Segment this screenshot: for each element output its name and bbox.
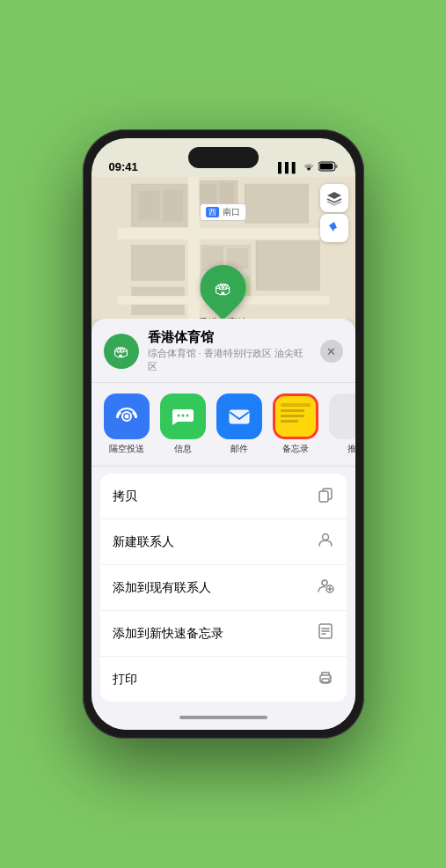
notes-label: 备忘录 (282, 443, 309, 455)
share-notes[interactable]: 备忘录 (267, 394, 324, 455)
svg-rect-29 (319, 491, 328, 502)
more-label: 推 (347, 443, 355, 455)
notes-icon-wrap (273, 394, 318, 439)
svg-rect-26 (230, 410, 249, 423)
share-more[interactable]: 推 (324, 394, 355, 455)
action-list: 拷贝 新建联系人 (100, 474, 347, 702)
svg-rect-17 (256, 240, 319, 290)
airdrop-label: 隔空投送 (109, 443, 144, 455)
share-row: 隔空投送 信息 (91, 383, 355, 467)
pin-circle: 🏟 (191, 255, 256, 319)
location-pin: 🏟 香港体育馆 (199, 265, 247, 319)
svg-rect-10 (245, 184, 308, 223)
phone-frame: 09:41 ▌▌▌ (83, 129, 364, 739)
status-time: 09:41 (109, 160, 138, 173)
share-message[interactable]: 信息 (155, 394, 211, 455)
svg-point-23 (177, 415, 179, 417)
message-icon-wrap (160, 394, 206, 439)
home-indicator (179, 716, 267, 719)
svg-point-31 (322, 580, 327, 585)
road-label: 西 南口 (200, 203, 247, 221)
location-button[interactable] (320, 214, 348, 242)
svg-rect-13 (131, 245, 184, 280)
action-new-contact[interactable]: 新建联系人 (100, 519, 347, 565)
action-quick-note-label: 添加到新快速备忘录 (113, 626, 223, 642)
mail-label: 邮件 (230, 443, 248, 455)
svg-point-41 (329, 677, 331, 679)
copy-icon (317, 485, 334, 507)
action-new-contact-label: 新建联系人 (113, 534, 174, 550)
add-existing-icon (317, 577, 334, 599)
map-layers-button[interactable] (320, 184, 348, 212)
phone-screen: 09:41 ▌▌▌ (91, 138, 355, 730)
signal-icon: ▌▌▌ (278, 162, 298, 173)
svg-rect-5 (138, 191, 159, 219)
map-area[interactable]: 西 南口 🏟 香港体育馆 (91, 177, 355, 319)
location-header: 🏟 香港体育馆 综合体育馆 · 香港特别行政区 油尖旺区 ✕ (91, 329, 355, 383)
location-venue-icon: 🏟 (104, 334, 139, 369)
svg-rect-2 (335, 165, 337, 168)
svg-point-30 (322, 534, 328, 541)
home-indicator-area (91, 705, 355, 730)
svg-rect-6 (163, 189, 183, 221)
location-info: 香港体育馆 综合体育馆 · 香港特别行政区 油尖旺区 (148, 329, 311, 373)
mail-icon-wrap (216, 394, 262, 439)
action-add-existing-label: 添加到现有联系人 (113, 580, 211, 596)
status-icons: ▌▌▌ (278, 161, 337, 173)
pin-inner: 🏟 (215, 278, 232, 298)
close-button[interactable]: ✕ (320, 340, 343, 363)
dynamic-island (188, 147, 259, 168)
svg-point-25 (186, 415, 188, 417)
action-print[interactable]: 打印 (100, 657, 347, 702)
location-name: 香港体育馆 (148, 329, 311, 346)
action-copy[interactable]: 拷贝 (100, 474, 347, 519)
action-add-existing[interactable]: 添加到现有联系人 (100, 565, 347, 611)
message-label: 信息 (174, 443, 192, 455)
svg-rect-1 (319, 164, 333, 170)
quick-note-icon (317, 622, 334, 644)
action-quick-note[interactable]: 添加到新快速备忘录 (100, 611, 347, 657)
svg-rect-40 (322, 679, 329, 683)
share-mail[interactable]: 邮件 (211, 394, 267, 455)
location-subtitle: 综合体育馆 · 香港特别行政区 油尖旺区 (148, 347, 311, 373)
share-airdrop[interactable]: 隔空投送 (99, 394, 155, 455)
airdrop-icon-wrap (104, 394, 150, 439)
wifi-icon (303, 161, 315, 173)
map-controls (320, 184, 348, 242)
action-copy-label: 拷贝 (113, 489, 137, 504)
battery-icon (318, 161, 338, 173)
svg-point-22 (124, 415, 128, 419)
more-icon-wrap (329, 394, 355, 439)
print-icon (317, 668, 334, 690)
new-contact-icon (317, 531, 334, 553)
svg-rect-11 (117, 228, 330, 239)
bottom-sheet: 🏟 香港体育馆 综合体育馆 · 香港特别行政区 油尖旺区 ✕ (91, 319, 355, 730)
svg-point-24 (181, 415, 184, 417)
action-print-label: 打印 (113, 672, 137, 688)
